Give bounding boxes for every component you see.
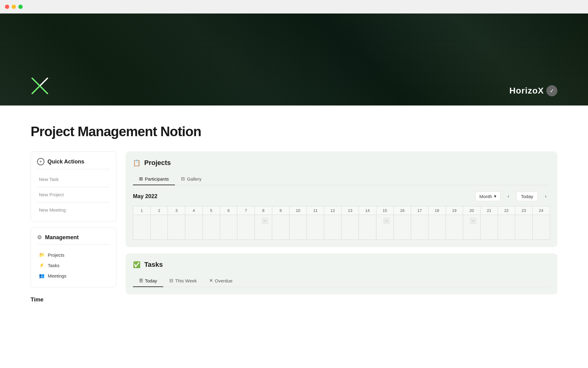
cal-day-11: 11 <box>307 206 324 240</box>
projects-label: Projects <box>48 252 64 258</box>
calendar-next-button[interactable]: › <box>541 192 550 201</box>
cal-day-9: 9 <box>272 206 290 240</box>
close-button[interactable] <box>5 5 9 9</box>
quick-actions-header: + Quick Actions <box>37 158 110 169</box>
maximize-button[interactable] <box>18 5 23 9</box>
cal-day-2: 2 <box>151 206 168 240</box>
main-layout: + Quick Actions New Task New Project New… <box>31 151 557 306</box>
participants-tab-label: Participants <box>145 176 169 182</box>
cal-day-16: 16 <box>394 206 411 240</box>
tab-today[interactable]: ☰ Today <box>133 275 163 287</box>
quick-actions-title: Quick Actions <box>47 159 84 165</box>
month-selector-label: Month <box>479 194 492 199</box>
calendar-month: May 2022 <box>133 193 157 200</box>
svg-line-2 <box>32 78 40 86</box>
this-week-tab-icon: ⊟ <box>169 278 173 283</box>
svg-line-4 <box>40 78 47 86</box>
time-title: Time <box>31 297 43 303</box>
meetings-label: Meetings <box>48 273 66 278</box>
time-section: Time <box>31 293 116 306</box>
projects-card: 📋 Projects ⊞ Participants ⊟ Gallery <box>126 151 557 247</box>
projects-card-header: 📋 Projects <box>133 159 550 167</box>
calendar-grid: 1 2 3 4 <box>133 206 550 240</box>
plus-circle-icon: + <box>37 158 44 165</box>
cal-day-18: 18 <box>428 206 446 240</box>
quick-actions-card: + Quick Actions New Task New Project New… <box>31 151 116 221</box>
cal-day-1: 1 <box>133 206 151 240</box>
calendar-prev-button[interactable]: ‹ <box>504 192 513 201</box>
cal-day-21: 21 <box>481 206 498 240</box>
tab-gallery[interactable]: ⊟ Gallery <box>175 173 208 185</box>
cal-arrow-15: → <box>378 216 392 225</box>
cal-day-10: 10 <box>289 206 307 240</box>
separator-1 <box>37 187 110 187</box>
cal-day-15: 15 → <box>376 206 394 240</box>
page-title: Project Management Notion <box>31 124 557 139</box>
this-week-tab-label: This Week <box>175 278 197 283</box>
cal-day-19: 19 <box>446 206 463 240</box>
hero-logo <box>31 77 49 96</box>
tab-this-week[interactable]: ⊟ This Week <box>163 275 203 287</box>
tasks-label: Tasks <box>48 263 59 268</box>
tab-participants[interactable]: ⊞ Participants <box>133 173 175 185</box>
sidebar-item-tasks[interactable]: ⚡ Tasks <box>37 260 110 270</box>
tasks-card-header: ✅ Tasks <box>133 261 550 269</box>
today-tab-icon: ☰ <box>139 278 143 283</box>
cal-day-4: 4 <box>185 206 203 240</box>
gallery-tab-label: Gallery <box>187 176 202 182</box>
overdue-tab-icon: ✕ <box>209 278 213 283</box>
main-content-area: 📋 Projects ⊞ Participants ⊟ Gallery <box>126 151 557 294</box>
sidebar: + Quick Actions New Task New Project New… <box>31 151 116 306</box>
chevron-down-icon: ▾ <box>494 194 496 199</box>
tasks-check-icon: ✅ <box>133 261 141 268</box>
tasks-tabs: ☰ Today ⊟ This Week ✕ Overdue <box>133 275 550 287</box>
management-header: ⚙ Management <box>37 234 110 245</box>
cal-day-20: 20 → <box>463 206 481 240</box>
new-task-link[interactable]: New Task <box>37 174 110 184</box>
svg-line-3 <box>40 86 47 94</box>
cal-day-12: 12 <box>324 206 342 240</box>
separator-2 <box>37 202 110 202</box>
cal-day-5: 5 <box>203 206 220 240</box>
overdue-tab-label: Overdue <box>215 278 233 283</box>
minimize-button[interactable] <box>12 5 16 9</box>
cal-day-7: 7 <box>237 206 255 240</box>
verified-badge-icon: ✓ <box>546 85 557 96</box>
hero-overlay <box>0 13 588 105</box>
cal-day-13: 13 <box>341 206 359 240</box>
management-title: Management <box>45 234 79 241</box>
new-project-link[interactable]: New Project <box>37 190 110 200</box>
titlebar <box>0 0 588 13</box>
hero-banner: HorizoX ✓ <box>0 13 588 105</box>
calendar-days-row: 1 2 3 4 <box>133 206 550 240</box>
gallery-tab-icon: ⊟ <box>181 176 185 182</box>
folder-icon: 📁 <box>39 252 45 258</box>
arrow-right-icon-2[interactable]: → <box>383 217 390 224</box>
cal-day-24: 24 <box>533 206 550 240</box>
sidebar-item-meetings[interactable]: 👥 Meetings <box>37 270 110 281</box>
arrow-right-icon[interactable]: → <box>262 217 268 224</box>
month-view-selector[interactable]: Month ▾ <box>475 191 500 201</box>
page-content: Project Management Notion + Quick Action… <box>0 105 588 324</box>
cal-day-22: 22 <box>498 206 515 240</box>
horizox-badge: HorizoX ✓ <box>509 85 557 96</box>
people-icon: 👥 <box>39 273 45 278</box>
cal-day-23: 23 <box>515 206 533 240</box>
management-card: ⚙ Management 📁 Projects ⚡ Tasks 👥 Meetin… <box>31 228 116 287</box>
horizox-name: HorizoX <box>509 86 544 96</box>
calendar-header: May 2022 Month ▾ ‹ Today › <box>133 191 550 201</box>
projects-card-title: Projects <box>144 159 171 167</box>
tasks-card: ✅ Tasks ☰ Today ⊟ This Week ✕ Overd <box>126 253 557 294</box>
new-meeting-link[interactable]: New Meeting <box>37 205 110 215</box>
projects-card-folder-icon: 📋 <box>133 159 141 167</box>
tab-overdue[interactable]: ✕ Overdue <box>203 275 239 287</box>
cal-day-6: 6 <box>220 206 238 240</box>
calendar-controls: Month ▾ ‹ Today › <box>475 191 550 201</box>
sidebar-item-projects[interactable]: 📁 Projects <box>37 250 110 260</box>
today-tab-label: Today <box>145 278 157 283</box>
today-button[interactable]: Today <box>516 192 538 201</box>
svg-line-5 <box>32 86 40 94</box>
cal-day-17: 17 <box>411 206 428 240</box>
cal-arrow-20: → <box>464 216 479 225</box>
arrow-right-icon-3[interactable]: → <box>470 217 477 224</box>
